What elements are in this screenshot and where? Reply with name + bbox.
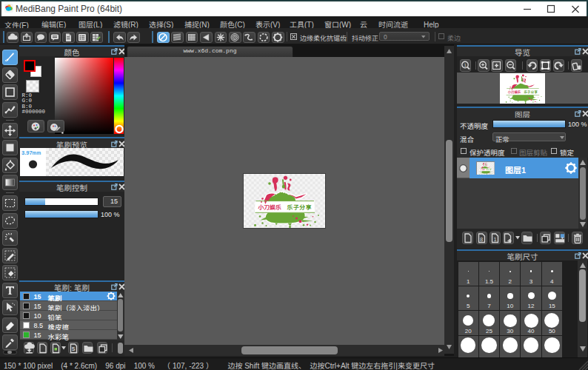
svg-text:1: 1 [493,235,496,242]
svg-text:8: 8 [480,235,483,242]
svg-text:1: 1 [464,63,467,67]
svg-text:S: S [71,346,75,352]
